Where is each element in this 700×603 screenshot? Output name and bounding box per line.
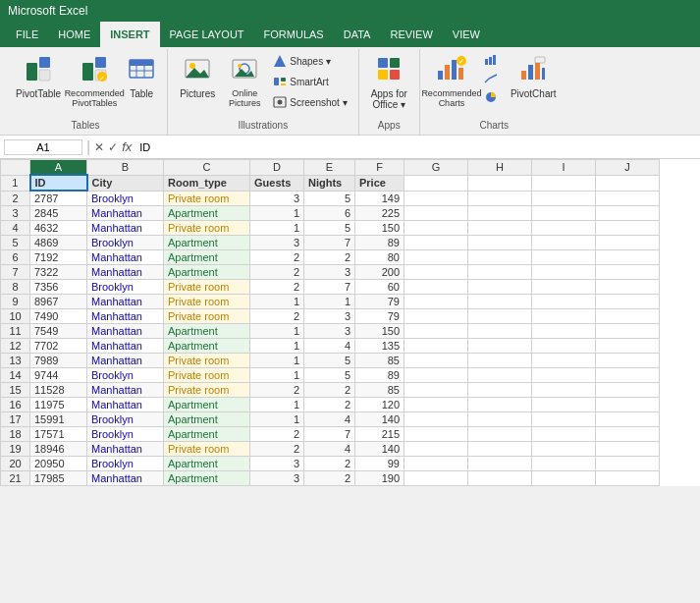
cell[interactable]: 1 [250, 221, 304, 236]
empty-cell[interactable] [596, 280, 660, 295]
cell[interactable]: 1 [304, 295, 355, 309]
empty-cell[interactable] [404, 398, 468, 412]
row-header[interactable]: 7 [1, 265, 30, 280]
cell[interactable]: Apartment [164, 427, 250, 442]
empty-cell[interactable] [596, 427, 660, 442]
empty-cell[interactable] [596, 398, 660, 412]
cell[interactable]: 1 [250, 339, 304, 354]
cell[interactable]: 11528 [30, 383, 87, 398]
col-header-C[interactable]: C [164, 160, 250, 176]
cell[interactable]: 6 [304, 206, 355, 221]
cell[interactable]: 7702 [30, 339, 87, 354]
cell[interactable]: Apartment [164, 236, 250, 250]
cell[interactable]: 85 [355, 354, 404, 368]
empty-cell[interactable] [468, 427, 532, 442]
row-header[interactable]: 10 [1, 309, 30, 324]
cell[interactable]: Room_type [164, 175, 250, 191]
empty-cell[interactable] [404, 280, 468, 295]
tab-insert[interactable]: INSERT [100, 22, 159, 47]
cell[interactable]: 150 [355, 324, 404, 339]
cell[interactable]: Brooklyn [87, 191, 164, 206]
cell[interactable]: Private room [164, 221, 250, 236]
cell[interactable]: 80 [355, 250, 404, 265]
row-header[interactable]: 18 [1, 427, 30, 442]
empty-cell[interactable] [468, 236, 532, 250]
cell[interactable]: 99 [355, 457, 404, 471]
tab-formulas[interactable]: FORMULAS [254, 22, 334, 47]
empty-cell[interactable] [468, 383, 532, 398]
tab-file[interactable]: FILE [6, 22, 48, 47]
col-header-H[interactable]: H [468, 160, 532, 176]
cell[interactable]: 17571 [30, 427, 87, 442]
cell[interactable]: 7989 [30, 354, 87, 368]
empty-cell[interactable] [596, 442, 660, 457]
tab-view[interactable]: VIEW [443, 22, 490, 47]
empty-cell[interactable] [468, 412, 532, 427]
empty-cell[interactable] [596, 175, 660, 191]
cell[interactable]: Manhattan [87, 339, 164, 354]
empty-cell[interactable] [404, 412, 468, 427]
cell[interactable]: Brooklyn [87, 236, 164, 250]
empty-cell[interactable] [532, 427, 596, 442]
cell[interactable]: 4869 [30, 236, 87, 250]
cell[interactable]: 225 [355, 206, 404, 221]
cell[interactable]: 2 [304, 398, 355, 412]
screenshot-button[interactable]: Screenshot ▾ [268, 92, 351, 112]
cell[interactable]: 89 [355, 368, 404, 383]
empty-cell[interactable] [404, 368, 468, 383]
empty-cell[interactable] [596, 309, 660, 324]
recommended-charts-button[interactable]: ✓ Recommended Charts [426, 51, 477, 112]
cell[interactable]: 1 [250, 354, 304, 368]
empty-cell[interactable] [404, 324, 468, 339]
cell[interactable]: 4632 [30, 221, 87, 236]
cell[interactable]: 1 [250, 368, 304, 383]
cell[interactable]: 79 [355, 295, 404, 309]
empty-cell[interactable] [596, 324, 660, 339]
cell[interactable]: 4 [304, 412, 355, 427]
cell[interactable]: 7356 [30, 280, 87, 295]
empty-cell[interactable] [596, 368, 660, 383]
empty-cell[interactable] [468, 221, 532, 236]
empty-cell[interactable] [532, 471, 596, 486]
cell[interactable]: Manhattan [87, 265, 164, 280]
cell[interactable]: 2 [250, 280, 304, 295]
empty-cell[interactable] [404, 206, 468, 221]
row-header[interactable]: 17 [1, 412, 30, 427]
cell[interactable]: Brooklyn [87, 412, 164, 427]
empty-cell[interactable] [404, 442, 468, 457]
line-chart-button[interactable] [479, 70, 503, 87]
empty-cell[interactable] [468, 206, 532, 221]
pie-chart-button[interactable] [479, 88, 503, 106]
col-header-G[interactable]: G [404, 160, 468, 176]
tab-home[interactable]: HOME [48, 22, 100, 47]
empty-cell[interactable] [596, 457, 660, 471]
cell[interactable]: Apartment [164, 324, 250, 339]
cell[interactable]: 3 [304, 309, 355, 324]
cell[interactable]: Private room [164, 442, 250, 457]
tab-page-layout[interactable]: PAGE LAYOUT [160, 22, 254, 47]
col-header-A[interactable]: A [30, 160, 87, 176]
cell[interactable]: 3 [250, 236, 304, 250]
cell[interactable]: Private room [164, 383, 250, 398]
cell[interactable]: 7 [304, 280, 355, 295]
cell[interactable]: 7 [304, 427, 355, 442]
cell[interactable]: Apartment [164, 339, 250, 354]
cell[interactable]: 7192 [30, 250, 87, 265]
cell[interactable]: 2 [250, 250, 304, 265]
tab-review[interactable]: REVIEW [380, 22, 442, 47]
cell[interactable]: 5 [304, 221, 355, 236]
empty-cell[interactable] [596, 206, 660, 221]
cell[interactable]: Brooklyn [87, 368, 164, 383]
cell[interactable]: Apartment [164, 250, 250, 265]
cell[interactable]: Apartment [164, 412, 250, 427]
cell[interactable]: 5 [304, 191, 355, 206]
empty-cell[interactable] [596, 339, 660, 354]
cell[interactable]: Manhattan [87, 295, 164, 309]
row-header[interactable]: 11 [1, 324, 30, 339]
row-header[interactable]: 19 [1, 442, 30, 457]
cell[interactable]: 1 [250, 206, 304, 221]
cell[interactable]: 3 [250, 457, 304, 471]
cell[interactable]: 1 [250, 398, 304, 412]
empty-cell[interactable] [468, 250, 532, 265]
empty-cell[interactable] [404, 175, 468, 191]
